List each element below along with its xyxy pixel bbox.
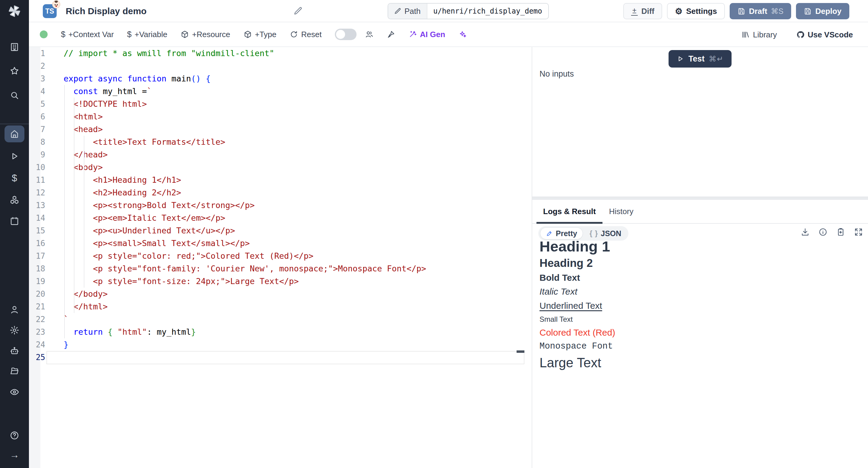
settings-label: Settings: [686, 7, 717, 16]
panel-split-divider[interactable]: [532, 47, 532, 468]
diff-button[interactable]: ± Diff: [623, 3, 662, 19]
line-number: 16: [29, 237, 45, 250]
schedules-icon[interactable]: [10, 216, 20, 226]
pen-icon: [546, 230, 553, 237]
sparkles-icon: [458, 30, 467, 38]
download-icon[interactable]: [801, 227, 810, 237]
draft-button[interactable]: Draft ⌘S: [730, 3, 791, 19]
path-field[interactable]: Path u/henri/rich_display_demo: [388, 3, 549, 19]
line-number: 19: [29, 275, 45, 288]
code-line: 8 <title>Text Formats</title>: [29, 136, 525, 148]
code-line: 2: [29, 60, 525, 72]
scrollbar-marker[interactable]: [517, 350, 524, 353]
test-shortcut: ⌘↵: [709, 55, 724, 63]
variables-icon[interactable]: $: [12, 173, 17, 184]
code-line: 16 <p><small>Small Text</small></p>: [29, 237, 525, 250]
favorites-icon[interactable]: [10, 66, 20, 76]
tab-logs-result[interactable]: Logs & Result: [536, 200, 602, 223]
code-line: 20 </body>: [29, 288, 525, 300]
edit-title-pencil-icon[interactable]: [293, 6, 303, 17]
resources-icon[interactable]: [10, 195, 20, 205]
code-line: 6 <html>: [29, 110, 525, 123]
draft-label: Draft: [749, 7, 767, 16]
test-button[interactable]: Test ⌘↵: [669, 50, 732, 67]
code-line: 5 <!DOCTYPE html>: [29, 98, 525, 110]
line-number: 9: [29, 148, 45, 161]
diff-mode-toggle[interactable]: [335, 29, 356, 40]
settings-gear-icon[interactable]: [10, 325, 20, 335]
code-line: 1// import * as wmill from "windmill-cli…: [29, 47, 525, 60]
path-value[interactable]: u/henri/rich_display_demo: [427, 4, 548, 19]
workspace-icon[interactable]: [10, 42, 20, 52]
line-number: 24: [29, 338, 45, 351]
deploy-label: Deploy: [815, 7, 841, 16]
plus-minus-icon: ±: [631, 7, 638, 16]
line-number: 14: [29, 212, 45, 224]
add-variable-button[interactable]: $ +Variable: [127, 30, 167, 39]
add-resource-button[interactable]: +Resource: [181, 30, 230, 39]
result-item-h2: Heading 2: [539, 256, 865, 271]
code-line: 4 const my_html =`: [29, 85, 525, 98]
clipboard-icon[interactable]: [836, 227, 845, 237]
line-number: 2: [29, 60, 45, 72]
pencil-icon: [394, 7, 401, 15]
deploy-button[interactable]: Deploy: [796, 3, 849, 19]
expand-icon[interactable]: [854, 227, 863, 237]
format-button[interactable]: [387, 30, 395, 38]
line-number: 20: [29, 288, 45, 300]
line-number: 15: [29, 224, 45, 237]
code-line: 21 </html>: [29, 300, 525, 313]
info-icon[interactable]: [818, 227, 828, 237]
result-item-red: Colored Text (Red): [539, 326, 865, 340]
line-number: 25: [29, 351, 45, 364]
result-item-large: Large Text: [539, 353, 865, 372]
code-line: 15 <p><u>Underlined Text</u></p>: [29, 224, 525, 237]
multiplayer-button[interactable]: [365, 30, 373, 38]
code-line: 22`: [29, 313, 525, 326]
user-icon[interactable]: [10, 305, 20, 315]
add-context-var-button[interactable]: $ +Context Var: [61, 30, 114, 39]
line-number: 12: [29, 186, 45, 199]
path-label-segment[interactable]: Path: [388, 4, 427, 19]
settings-button[interactable]: ⚙ Settings: [667, 3, 725, 19]
robot-icon[interactable]: [10, 346, 20, 356]
horizontal-resize-handle[interactable]: [532, 197, 868, 200]
result-item-small: Small Text: [539, 313, 865, 326]
windmill-logo[interactable]: [7, 4, 22, 18]
code-editor[interactable]: 1// import * as wmill from "windmill-cli…: [29, 47, 525, 468]
line-number: 8: [29, 136, 45, 148]
add-type-button[interactable]: +Type: [244, 30, 277, 39]
draft-shortcut: ⌘S: [771, 7, 784, 16]
folder-icon[interactable]: [10, 366, 20, 376]
result-item-bold: Bold Text: [539, 271, 865, 285]
library-icon: [741, 30, 750, 39]
page-title: Rich Display demo: [66, 0, 147, 22]
use-vscode-button[interactable]: Use VScode: [796, 30, 853, 39]
tab-history[interactable]: History: [602, 200, 640, 223]
result-item-h1: Heading 1: [539, 237, 865, 256]
line-number: 4: [29, 85, 45, 98]
reset-button[interactable]: Reset: [290, 30, 321, 39]
help-icon[interactable]: [10, 431, 20, 441]
line-number: 11: [29, 174, 45, 186]
code-line: 9 </head>: [29, 148, 525, 161]
line-number: 17: [29, 250, 45, 262]
eye-icon[interactable]: [10, 387, 20, 397]
home-icon[interactable]: [10, 129, 20, 139]
search-icon[interactable]: [10, 90, 20, 100]
ai-sparkles-button[interactable]: [458, 30, 467, 38]
line-number: 18: [29, 262, 45, 275]
runs-icon[interactable]: [10, 151, 20, 161]
result-item-italic: Italic Text: [539, 285, 865, 298]
code-line: 23 return { "html": my_html}: [29, 326, 525, 338]
save-icon: [804, 7, 812, 15]
windmill-script-editor: $ → TS Rich Display demo: [0, 0, 868, 468]
line-number: 1: [29, 47, 45, 60]
line-number: 6: [29, 110, 45, 123]
ai-gen-button[interactable]: AI Gen: [408, 30, 445, 39]
run-result-panel: Test ⌘↵ No inputs Logs & ResultHistory P…: [532, 47, 868, 468]
gear-icon: ⚙: [675, 6, 682, 16]
library-button[interactable]: Library: [741, 30, 777, 39]
collapse-arrow-icon[interactable]: →: [10, 449, 19, 461]
line-number: 21: [29, 300, 45, 313]
